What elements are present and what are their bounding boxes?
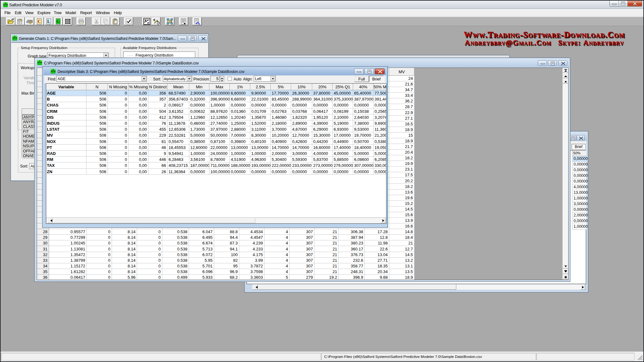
svg-text:G: G: [57, 19, 60, 24]
svg-text:L: L: [47, 19, 50, 24]
svg-text:σ: σ: [147, 21, 149, 25]
svg-text:C: C: [38, 19, 41, 24]
